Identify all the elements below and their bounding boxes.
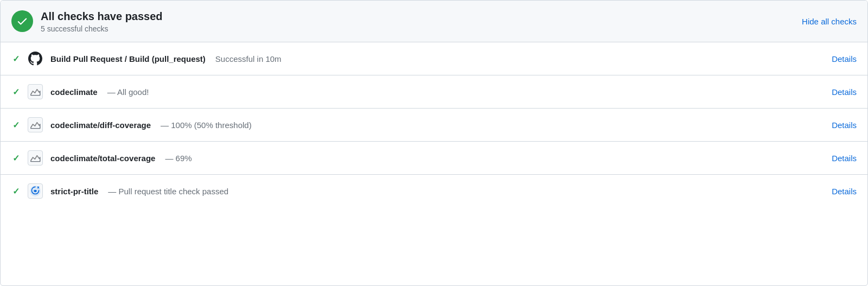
details-link[interactable]: Details	[832, 154, 857, 163]
details-link[interactable]: Details	[832, 54, 857, 63]
github-icon	[28, 51, 43, 66]
check-left-codeclimate-total: ✓ codeclimate/total-coverage — 69%	[11, 150, 832, 166]
codeclimate-icon	[28, 84, 43, 99]
check-name: strict-pr-title	[50, 187, 98, 196]
table-row: ✓ codeclimate/total-coverage — 69% Detai…	[1, 142, 867, 175]
table-row: ✓ Build Pull Request / Build (pull_reque…	[1, 42, 867, 75]
table-row: ✓ codeclimate — All good! Details	[1, 75, 867, 109]
hide-all-checks-button[interactable]: Hide all checks	[802, 17, 857, 26]
codeclimate-icon	[28, 117, 43, 132]
details-link[interactable]: Details	[832, 187, 857, 196]
checkmark-icon: ✓	[11, 87, 20, 97]
check-left-codeclimate: ✓ codeclimate — All good!	[11, 84, 832, 99]
details-link[interactable]: Details	[832, 87, 857, 97]
check-description: — 100% (50% threshold)	[161, 120, 252, 130]
table-row: ✓ strict-pr-title — Pull request title c…	[1, 175, 867, 207]
checkmark-icon: ✓	[11, 186, 20, 196]
checks-header: All checks have passed 5 successful chec…	[1, 1, 867, 42]
check-left-codeclimate-diff: ✓ codeclimate/diff-coverage — 100% (50% …	[11, 117, 832, 132]
header-text: All checks have passed 5 successful chec…	[41, 9, 163, 33]
check-left-build-pr: ✓ Build Pull Request / Build (pull_reque…	[11, 51, 832, 66]
header-left: All checks have passed 5 successful chec…	[11, 9, 163, 33]
check-name: codeclimate/total-coverage	[50, 154, 155, 163]
table-row: ✓ codeclimate/diff-coverage — 100% (50% …	[1, 109, 867, 142]
check-description: Successful in 10m	[215, 54, 282, 63]
svg-point-4	[34, 190, 36, 192]
checks-list: ✓ Build Pull Request / Build (pull_reque…	[1, 42, 867, 207]
check-name: codeclimate/diff-coverage	[50, 120, 151, 130]
header-subtitle: 5 successful checks	[41, 24, 163, 33]
codeclimate-icon	[28, 150, 43, 166]
check-description: — 69%	[165, 154, 192, 163]
header-title: All checks have passed	[41, 9, 163, 23]
checkmark-icon: ✓	[11, 153, 20, 163]
details-link[interactable]: Details	[832, 120, 857, 130]
success-circle-icon	[11, 10, 33, 32]
check-name: codeclimate	[50, 87, 98, 97]
checks-container: All checks have passed 5 successful chec…	[0, 0, 868, 286]
check-description: — Pull request title check passed	[108, 187, 228, 196]
check-name: Build Pull Request / Build (pull_request…	[50, 54, 206, 63]
check-description: — All good!	[107, 87, 149, 97]
checkmark-icon: ✓	[11, 120, 20, 130]
checkmark-icon: ✓	[11, 54, 20, 64]
check-left-strict-pr-title: ✓ strict-pr-title — Pull request title c…	[11, 183, 832, 199]
strict-pr-icon	[28, 183, 43, 199]
